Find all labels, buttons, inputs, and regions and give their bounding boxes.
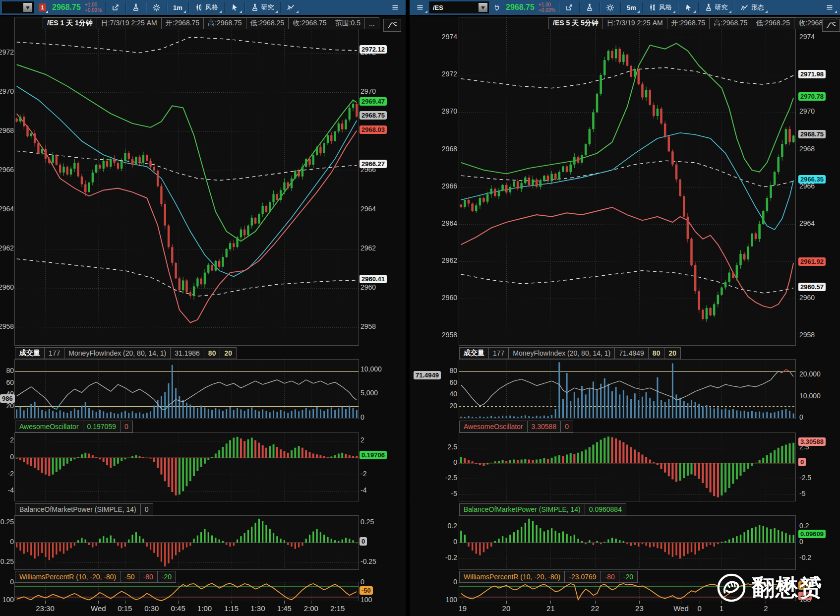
axis-tick: -2	[8, 470, 14, 478]
price-header-cell[interactable]: /ES 5 天 5分钟	[549, 18, 603, 29]
studies-button[interactable]: 研究	[246, 0, 279, 14]
price-header-cell: 开:2968.75	[162, 18, 204, 29]
vol-plot-area[interactable]	[14, 359, 359, 419]
share-button[interactable]	[107, 0, 124, 14]
cursor-button[interactable]	[226, 0, 243, 14]
timeframe-button[interactable]: 1m	[169, 0, 187, 14]
bomp-chart-canvas[interactable]	[15, 516, 359, 569]
ao-header-cell[interactable]: AwesomeOscillator	[15, 421, 83, 432]
wpr-chart-canvas[interactable]	[15, 582, 359, 601]
chart-edit-button[interactable]	[822, 19, 840, 32]
analyze-button[interactable]	[581, 0, 598, 14]
axis-tick: 60	[6, 378, 14, 386]
analyze-button[interactable]	[127, 0, 144, 14]
studies-button[interactable]: 研究	[700, 0, 732, 14]
candlestick-icon	[649, 3, 657, 11]
menu-button[interactable]	[387, 0, 404, 14]
watermark: 翻懋赟	[716, 572, 823, 603]
price-plot-area[interactable]	[459, 17, 796, 346]
time-tick-mark	[311, 601, 311, 604]
link-channel-button[interactable]	[492, 0, 502, 14]
price-header-row: /ES 1 天 1分钟日:7/3/19 2:25 AM开:2968.75高:29…	[43, 17, 379, 29]
axis-tick: 100	[360, 596, 372, 604]
chart-style-button[interactable]: 风格	[190, 0, 223, 14]
ao-chart-canvas[interactable]	[459, 433, 795, 501]
price-badge-green: 0.09609	[798, 530, 826, 538]
price-pane	[410, 17, 840, 347]
axis-tick: -4	[360, 486, 366, 494]
menu-button[interactable]	[821, 0, 838, 14]
time-axis[interactable]: 1920212223Wed012	[410, 601, 840, 616]
wpr-header-cell: -20	[158, 571, 176, 582]
price-header-cell[interactable]: /ES 1 天 1分钟	[43, 18, 97, 29]
time-tick-mark	[550, 601, 551, 604]
price-chart-canvas[interactable]	[15, 17, 359, 345]
axis-tick: 2960	[360, 283, 376, 291]
axis-tick: 2958	[0, 322, 14, 330]
flask-icon	[705, 3, 713, 11]
patterns-button[interactable]	[282, 0, 300, 14]
time-tick-mark	[45, 601, 46, 604]
symbol-dropdown-button[interactable]	[23, 3, 32, 12]
link-group-badge[interactable]: 1	[39, 3, 46, 11]
ao-chart-canvas[interactable]	[15, 433, 359, 501]
chart-style-button[interactable]: 风格	[644, 0, 676, 14]
price-badge-green: 2969.47	[360, 97, 387, 106]
time-tick-label: Wed	[673, 604, 689, 613]
time-tick-label: 20	[502, 604, 511, 613]
wpr-header-cell[interactable]: WilliamsPercentR (10, -20, -80)	[15, 571, 120, 582]
chevron-down-icon	[26, 6, 30, 11]
bomp-plot-area[interactable]	[459, 515, 796, 570]
change-value: +1.00	[539, 2, 555, 8]
bomp-chart-canvas[interactable]	[459, 516, 795, 569]
bomp-header-cell[interactable]: BalanceOfMarketPower (SIMPLE, 14)	[460, 504, 585, 515]
bomp-header-cell[interactable]: BalanceOfMarketPower (SIMPLE, 14)	[15, 504, 141, 515]
ao-plot-area[interactable]	[459, 432, 796, 501]
vol-header-cell[interactable]: 成交量	[15, 348, 45, 359]
last-price: 2968.75	[52, 3, 81, 12]
time-tick-label: 2:15	[330, 604, 345, 613]
price-badge-white: 2960.41	[360, 275, 387, 283]
bomp-plot-area[interactable]	[14, 515, 359, 570]
vol-plot-area[interactable]	[459, 359, 796, 419]
cursor-button[interactable]	[680, 0, 697, 14]
ao-plot-area[interactable]	[14, 432, 359, 501]
wpr-plot-area[interactable]	[14, 582, 359, 602]
time-tick-mark	[595, 601, 596, 604]
axis-tick: 2964	[0, 205, 14, 213]
menu-button[interactable]	[412, 0, 428, 14]
axis-tick: 2	[360, 436, 364, 444]
price-chart-canvas[interactable]	[459, 17, 795, 345]
axis-tick: -2.5	[445, 474, 457, 482]
vol-chart-canvas[interactable]	[15, 360, 359, 419]
share-button[interactable]	[561, 0, 578, 14]
settings-button[interactable]	[148, 0, 165, 14]
settings-button[interactable]	[601, 0, 619, 14]
price-badge-pink: 0	[798, 458, 806, 466]
time-tick-mark	[284, 601, 285, 604]
share-icon	[112, 3, 120, 11]
time-axis[interactable]: 23:30Wed0:150:300:451:001:151:301:452:00…	[0, 601, 406, 616]
symbol-input[interactable]	[2, 1, 34, 13]
symbol-input[interactable]: /ES	[429, 1, 489, 13]
axis-tick: -0.25	[0, 557, 14, 565]
time-tick-label: 1:00	[197, 604, 212, 613]
watermark-text: 翻懋赟	[752, 572, 823, 603]
axis-tick: 2962	[0, 244, 14, 252]
chart-edit-button[interactable]	[383, 19, 401, 32]
axis-tick: -5	[451, 490, 457, 497]
axis-tick: 2970	[0, 87, 14, 95]
vol-header-cell[interactable]: 成交量	[460, 348, 489, 359]
patterns-button[interactable]: 形态	[736, 0, 769, 14]
wpr-header-cell[interactable]: WilliamsPercentR (10, -20, -80)	[460, 571, 565, 582]
ao-header-cell[interactable]: AwesomeOscillator	[460, 421, 528, 432]
price-badge-white: 2971.98	[798, 70, 826, 78]
axis-tick: 0	[453, 458, 457, 466]
timeframe-button[interactable]: 5m	[622, 0, 641, 14]
price-plot-area[interactable]	[14, 17, 359, 346]
hamburger-icon	[391, 3, 399, 11]
axis-tick: 2964	[799, 219, 815, 227]
symbol-dropdown-button[interactable]	[479, 3, 487, 12]
toolbar-separator	[280, 2, 281, 13]
vol-chart-canvas[interactable]	[459, 360, 795, 419]
